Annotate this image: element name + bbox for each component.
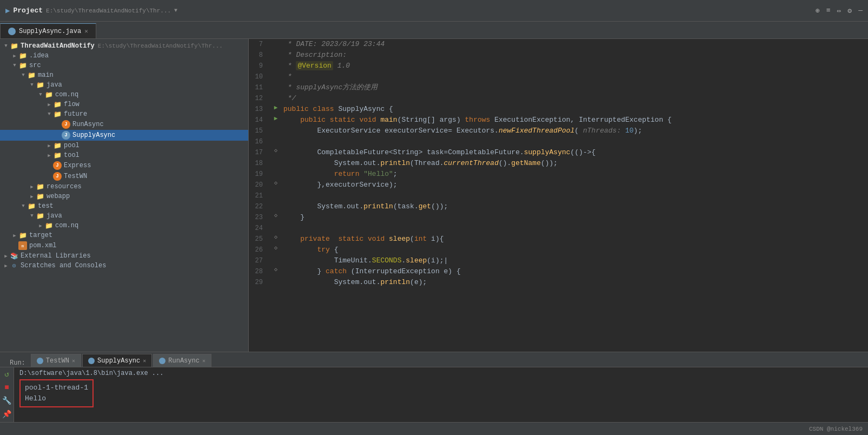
diff-icon[interactable]: ⇔ (837, 6, 842, 15)
list-icon[interactable]: ≡ (826, 6, 831, 15)
globe-icon[interactable]: ⊕ (816, 6, 820, 15)
sidebar-item-test-java[interactable]: 📁 java (0, 211, 248, 221)
output-line-2: Hello (25, 393, 88, 404)
top-bar-icons: ⊕ ≡ ⇔ ⚙ — (816, 6, 863, 15)
run-icon-13[interactable]: ▶ (274, 104, 278, 111)
arrow-idea (11, 52, 18, 60)
arrow-root (2, 42, 10, 50)
sidebar-item-java[interactable]: 📁 java (0, 80, 248, 90)
sidebar-item-future[interactable]: 📁 future (0, 109, 248, 119)
wrench-icon[interactable]: 🔧 (2, 396, 11, 405)
folder-target-icon: 📁 (18, 232, 27, 239)
bottom-tab-runasync[interactable]: RunAsync ✕ (153, 354, 211, 367)
bottom-tab-testwn-label: TestWN (46, 357, 69, 365)
line-num-17: 17 (249, 147, 270, 158)
bottom-panel: Run: TestWN ✕ SupplyAsync ✕ RunAsync ✕ ↺… (0, 352, 868, 422)
restart-icon[interactable]: ↺ (4, 370, 9, 379)
idea-label: .idea (29, 52, 49, 60)
sidebar-item-testwn[interactable]: J TestWN (0, 171, 248, 182)
folder-root-icon: 📁 (10, 43, 18, 49)
code-line-16: 16 (249, 136, 868, 147)
folder-resources-icon: 📁 (36, 183, 44, 190)
arrow-flow (45, 101, 53, 108)
line-num-8: 8 (249, 50, 270, 61)
sidebar-item-idea[interactable]: 📁 .idea (0, 51, 248, 61)
target-label: target (29, 232, 52, 239)
gutter-14[interactable]: ▶ (270, 115, 281, 122)
code-line-20: 20 ◇ },executorService); (249, 180, 868, 190)
ext-libs-label: External Libraries (21, 252, 91, 260)
arrow-express (45, 162, 53, 169)
sidebar-item-scratches[interactable]: ⊙ Scratches and Consoles (0, 261, 248, 271)
line-num-9: 9 (249, 61, 270, 71)
editor-area: 7 * DATE: 2023/8/19 23:44 8 * Descriptio… (249, 39, 868, 352)
testwn-label: TestWN (64, 173, 87, 180)
output-box: pool-1-thread-1 Hello (19, 379, 94, 407)
line-content-20: },executorService); (281, 180, 868, 190)
sidebar-item-flow[interactable]: 📁 flow (0, 100, 248, 109)
sidebar-item-pool[interactable]: 📁 pool (0, 141, 248, 150)
arrow-ext-libs (2, 252, 10, 260)
sidebar-item-supplyasync[interactable]: J SupplyAsync (0, 130, 248, 141)
sidebar-item-src[interactable]: 📁 src (0, 61, 248, 70)
line-content-14: public static void main(String[] args) t… (281, 115, 868, 126)
bottom-tab-run-close[interactable]: ✕ (202, 358, 206, 364)
tab-bar: SupplyAsync.java ✕ (0, 22, 868, 39)
arrow-testwn (45, 173, 53, 180)
code-line-8: 8 * Description: (249, 50, 868, 61)
java-supplyasync-icon: J (62, 131, 70, 140)
folder-flow-icon: 📁 (53, 101, 62, 108)
sidebar-item-external-libs[interactable]: 📚 External Libraries (0, 251, 248, 261)
line-content-27: TimeUnit.SECONDS.sleep(i);| (281, 255, 868, 266)
line-num-29: 29 (249, 277, 270, 288)
sidebar-item-main[interactable]: 📁 main (0, 70, 248, 80)
tab-supply-async[interactable]: SupplyAsync.java ✕ (0, 23, 96, 38)
folder-java-icon: 📁 (36, 82, 44, 88)
settings-icon[interactable]: ⚙ (847, 6, 852, 15)
folder-main-icon: 📁 (27, 72, 36, 78)
sidebar-item-comnq[interactable]: 📁 com.nq (0, 90, 248, 100)
tab-close-button[interactable]: ✕ (84, 28, 88, 35)
code-line-25: 25 ◇ private static void sleep(int i){ (249, 234, 868, 245)
run-icon-14[interactable]: ▶ (274, 115, 278, 122)
stop-icon[interactable]: ■ (4, 383, 9, 392)
arrow-test-comnq (37, 222, 44, 229)
pin-icon[interactable]: 📌 (2, 410, 11, 419)
bookmark-17: ◇ (274, 147, 277, 154)
gutter-13[interactable]: ▶ (270, 104, 281, 111)
line-num-24: 24 (249, 223, 270, 234)
line-num-10: 10 (249, 71, 270, 82)
bottom-tab-supply-close[interactable]: ✕ (143, 358, 146, 364)
bottom-tab-bar: Run: TestWN ✕ SupplyAsync ✕ RunAsync ✕ (0, 352, 868, 367)
sidebar-item-target[interactable]: 📁 target (0, 230, 248, 240)
code-line-29: 29 System.out.println(e); (249, 277, 868, 288)
sidebar-item-root[interactable]: 📁 ThreadWaitAndNotify E:\study\ThreadWai… (0, 41, 248, 51)
sidebar-item-express[interactable]: J Express (0, 160, 248, 171)
line-num-18: 18 (249, 158, 270, 169)
bottom-tab-supplyasync[interactable]: SupplyAsync ✕ (82, 354, 152, 367)
sidebar-item-test-comnq[interactable]: 📁 com.nq (0, 221, 248, 230)
code-line-10: 10 * (249, 71, 868, 82)
folder-tool-icon: 📁 (53, 152, 62, 159)
code-view[interactable]: 7 * DATE: 2023/8/19 23:44 8 * Descriptio… (249, 39, 868, 352)
line-num-25: 25 (249, 234, 270, 245)
bottom-tab-testwn[interactable]: TestWN ✕ (31, 354, 81, 367)
bookmark-28: ◇ (274, 266, 277, 273)
sidebar-item-runasync[interactable]: J RunAsync (0, 119, 248, 130)
line-num-28: 28 (249, 266, 270, 277)
bottom-tab-testwn-close[interactable]: ✕ (72, 358, 75, 364)
minimize-icon[interactable]: — (858, 6, 863, 15)
sidebar-item-test[interactable]: 📁 test (0, 201, 248, 211)
gutter-17: ◇ (270, 147, 281, 154)
arrow-webapp (28, 193, 36, 200)
test-java-label: java (47, 212, 62, 220)
sidebar-item-webapp[interactable]: 📁 webapp (0, 192, 248, 201)
line-content-19: return "Hello"; (281, 169, 868, 180)
sidebar-item-pom[interactable]: m pom.xml (0, 240, 248, 251)
sidebar-item-resources[interactable]: 📁 resources (0, 182, 248, 192)
dropdown-icon[interactable]: ▼ (174, 8, 177, 14)
gutter-20: ◇ (270, 180, 281, 186)
bookmark-25: ◇ (274, 234, 277, 240)
sidebar-item-tool[interactable]: 📁 tool (0, 150, 248, 160)
folder-test-icon: 📁 (27, 203, 36, 209)
